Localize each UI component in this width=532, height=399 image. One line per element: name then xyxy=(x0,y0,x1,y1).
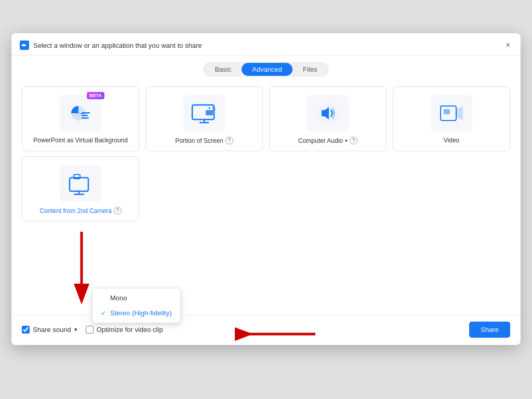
dropdown-item-mono[interactable]: Mono xyxy=(92,290,180,305)
card-computer-audio[interactable]: Computer Audio ▾ ? xyxy=(269,86,387,151)
svg-rect-2 xyxy=(82,115,88,116)
grid-row-1: BETA PowerPoint as Virtual Background xyxy=(11,81,521,156)
dialog-header: Select a window or an application that y… xyxy=(11,33,521,56)
stereo-label: Stereo (High-fidelity) xyxy=(110,309,172,317)
tabs-container: Basic Advanced Files xyxy=(11,56,521,81)
camera-help-icon[interactable]: ? xyxy=(114,207,122,215)
svg-rect-16 xyxy=(70,178,88,191)
annotation-area xyxy=(11,227,521,310)
arrow-left-annotation xyxy=(235,326,318,344)
optimize-label: Optimize for video clip xyxy=(97,326,163,334)
card-icon-box-screen xyxy=(183,95,225,131)
svg-rect-7 xyxy=(206,110,213,115)
card-label-camera: Content from 2nd Camera ? xyxy=(39,207,122,215)
tab-advanced[interactable]: Advanced xyxy=(242,63,292,76)
share-sound-label: Share sound xyxy=(33,326,71,334)
optimize-area: Optimize for video clip xyxy=(86,326,163,334)
share-dialog: Select a window or an application that y… xyxy=(11,33,521,345)
tab-basic[interactable]: Basic xyxy=(204,63,242,76)
card-label-audio: Computer Audio ▾ ? xyxy=(298,137,357,144)
portion-screen-help-icon[interactable]: ? xyxy=(225,137,233,144)
audio-help-icon[interactable]: ? xyxy=(350,137,357,144)
card-label-powerpoint: PowerPoint as Virtual Background xyxy=(33,137,128,144)
dialog-title: Select a window or an application that y… xyxy=(33,42,202,49)
arrow-down-icon xyxy=(71,227,92,304)
tab-files[interactable]: Files xyxy=(292,63,327,76)
svg-rect-3 xyxy=(82,117,89,119)
card-icon-box-camera xyxy=(60,165,101,202)
dropdown-item-stereo[interactable]: ✓ Stereo (High-fidelity) xyxy=(92,305,180,321)
share-sound-area: Share sound ▾ xyxy=(22,326,77,334)
card-icon-box-video xyxy=(431,95,472,131)
close-button[interactable]: × xyxy=(504,41,512,49)
stereo-check-icon: ✓ xyxy=(101,310,107,317)
card-label-video: Video xyxy=(444,137,459,144)
share-sound-chevron-icon[interactable]: ▾ xyxy=(74,326,77,333)
card-powerpoint[interactable]: BETA PowerPoint as Virtual Background xyxy=(22,86,139,151)
card-video[interactable]: Video xyxy=(393,86,510,151)
share-button[interactable]: Share xyxy=(469,322,510,338)
share-sound-checkbox[interactable] xyxy=(22,326,30,334)
mono-check-icon xyxy=(101,295,107,302)
card-camera[interactable]: Content from 2nd Camera ? xyxy=(22,156,139,221)
svg-rect-15 xyxy=(444,109,450,114)
card-icon-box-powerpoint: BETA xyxy=(60,95,101,131)
mono-label: Mono xyxy=(110,294,127,302)
optimize-checkbox[interactable] xyxy=(86,326,94,334)
card-portion-screen[interactable]: Portion of Screen ? xyxy=(145,86,263,151)
svg-marker-14 xyxy=(456,107,462,119)
zoom-logo-icon xyxy=(20,41,29,50)
grid-row-2: Content from 2nd Camera ? xyxy=(11,156,521,227)
svg-rect-1 xyxy=(82,112,90,114)
card-label-screen: Portion of Screen ? xyxy=(175,137,233,144)
dialog-title-area: Select a window or an application that y… xyxy=(20,41,202,50)
tabs: Basic Advanced Files xyxy=(203,62,328,77)
arrow-left-icon xyxy=(235,326,318,342)
beta-badge: BETA xyxy=(87,92,104,99)
card-icon-box-audio xyxy=(307,95,349,131)
audio-chevron-icon[interactable]: ▾ xyxy=(345,138,348,143)
dropdown-menu: Mono ✓ Stereo (High-fidelity) xyxy=(92,288,181,323)
